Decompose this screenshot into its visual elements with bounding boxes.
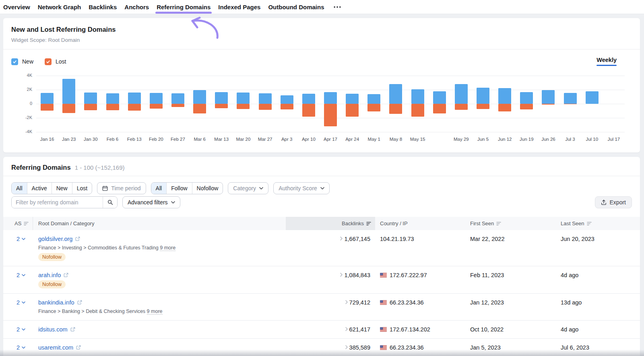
export-button[interactable]: Export: [595, 196, 632, 208]
domain-link[interactable]: bankindia.info: [38, 298, 74, 307]
checkbox-new[interactable]: [11, 58, 18, 65]
table-row[interactable]: 2bankindia.infoFinance > Banking > Debit…: [3, 293, 640, 320]
divider: [3, 49, 640, 49]
expand-row-button[interactable]: [340, 237, 343, 241]
table-row[interactable]: 2idsitus.com621,417172.67.134.202Oct 10,…: [3, 320, 640, 338]
bar-lost: [62, 104, 75, 113]
external-link-icon[interactable]: [64, 273, 68, 278]
granularity-toggle-weekly[interactable]: Weekly: [597, 57, 617, 66]
x-axis-label: May 15: [405, 137, 431, 142]
as-value[interactable]: 2: [17, 235, 25, 243]
column-header-first-seen[interactable]: First Seen: [467, 217, 557, 230]
expand-row-button[interactable]: [345, 300, 348, 304]
table-row[interactable]: 2usaremit.com385,58966.23.234.36Jan 5, 2…: [3, 338, 640, 356]
tab-network-graph[interactable]: Network Graph: [38, 0, 81, 14]
checkbox-lost[interactable]: [45, 58, 52, 65]
chevron-down-icon: [259, 187, 263, 189]
bar-lost: [193, 104, 206, 113]
bar-new: [477, 88, 489, 104]
table-row[interactable]: 2goldsilver.orgFinance > Investing > Com…: [3, 230, 640, 266]
backlinks-count: 1,084,843: [344, 271, 370, 279]
category-more-link[interactable]: 9 more: [147, 309, 163, 315]
as-value[interactable]: 2: [17, 271, 25, 279]
tab-referring-domains[interactable]: Referring Domains: [157, 0, 211, 14]
tab-overview[interactable]: Overview: [3, 0, 30, 14]
as-value[interactable]: 2: [17, 325, 25, 333]
status-segment-new[interactable]: New: [52, 183, 72, 194]
time-period-label: Time period: [111, 185, 140, 191]
us-flag-icon: [380, 300, 387, 305]
category-more-link[interactable]: 9 more: [160, 245, 175, 251]
bar-lost: [150, 104, 163, 109]
expand-row-button[interactable]: [345, 345, 348, 349]
last-seen-cell: Jun 20, 2023: [557, 235, 640, 261]
bar-lost: [84, 104, 97, 110]
tab-indexed-pages[interactable]: Indexed Pages: [218, 0, 260, 14]
authority-score-dropdown[interactable]: Authority Score: [273, 182, 330, 194]
time-period-button[interactable]: Time period: [97, 182, 146, 194]
column-header-root-domain: Root Domain / Category: [33, 217, 286, 230]
bar-lost: [477, 104, 489, 109]
us-flag-icon: [380, 273, 387, 278]
domain-link[interactable]: idsitus.com: [38, 325, 68, 333]
country-ip-cell: 172.67.222.97: [375, 271, 467, 288]
report-tabs-nav: Overview Network Graph Backlinks Anchors…: [0, 0, 644, 14]
external-link-icon[interactable]: [76, 345, 81, 350]
as-value[interactable]: 2: [17, 298, 25, 307]
category-dropdown-label: Category: [233, 185, 256, 191]
last-seen-cell: 4d ago: [557, 325, 640, 333]
ip-address: 172.67.222.97: [390, 271, 427, 279]
root-domain-cell: bankindia.infoFinance > Banking > Debit …: [33, 298, 286, 315]
tab-anchors[interactable]: Anchors: [124, 0, 149, 14]
follow-segment-nofollow[interactable]: Nofollow: [192, 183, 223, 194]
domain-link[interactable]: goldsilver.org: [38, 235, 72, 243]
column-header-backlinks[interactable]: Backlinks: [286, 217, 375, 230]
external-link-icon[interactable]: [75, 237, 80, 241]
chevron-down-icon: [22, 274, 25, 276]
search-button[interactable]: [103, 197, 117, 208]
table-row[interactable]: 2arah.infoNofollow1,084,843172.67.222.97…: [3, 266, 640, 293]
domain-filter-input[interactable]: [12, 197, 103, 208]
bar-new: [150, 93, 163, 104]
expand-row-button[interactable]: [340, 273, 343, 277]
bar-lost: [564, 104, 577, 104]
table-column-headers: AS Root Domain / Category Backlinks Coun…: [3, 217, 640, 230]
y-axis-tick: 4K: [3, 73, 32, 78]
table-count: 1 - 100 (~152,169): [75, 164, 125, 171]
status-segment-lost[interactable]: Lost: [72, 183, 92, 194]
as-value[interactable]: 2: [17, 344, 25, 352]
bar-lost: [346, 104, 359, 117]
status-segment-active[interactable]: Active: [27, 183, 52, 194]
domain-filter-field: [11, 196, 118, 208]
follow-segmented-control: All Follow Nofollow: [151, 182, 223, 194]
first-seen-cell: Jan 12, 2023: [467, 298, 557, 315]
status-segmented-control: All Active New Lost: [11, 182, 92, 194]
follow-segment-follow[interactable]: Follow: [167, 183, 192, 194]
chart-legend: New Lost: [11, 58, 73, 66]
tab-outbound-domains[interactable]: Outbound Domains: [268, 0, 324, 14]
chevron-down-icon: [320, 187, 324, 189]
domain-link[interactable]: usaremit.com: [38, 344, 73, 352]
external-link-icon[interactable]: [70, 327, 75, 332]
column-header-as[interactable]: AS: [3, 217, 33, 230]
nofollow-badge: Nofollow: [38, 280, 66, 288]
bar-lost: [433, 104, 446, 113]
bar-new: [193, 90, 206, 104]
bar-lost: [367, 104, 380, 111]
follow-segment-all[interactable]: All: [151, 183, 167, 194]
bar-lost: [41, 104, 54, 111]
tab-backlinks[interactable]: Backlinks: [89, 0, 117, 14]
expand-row-button[interactable]: [345, 327, 348, 331]
column-header-last-seen[interactable]: Last Seen: [557, 217, 640, 230]
country-ip-cell: 66.23.234.36: [375, 344, 467, 352]
bar-new: [302, 94, 315, 104]
category-dropdown[interactable]: Category: [228, 182, 268, 194]
legend-label-new: New: [22, 58, 33, 65]
backlinks-cell: 1,084,843: [286, 271, 375, 288]
more-tabs-button[interactable]: [332, 0, 343, 14]
status-segment-all[interactable]: All: [12, 183, 27, 194]
external-link-icon[interactable]: [77, 300, 82, 305]
advanced-filters-button[interactable]: Advanced filters: [122, 196, 180, 208]
first-seen-cell: Feb 11, 2023: [467, 271, 557, 288]
domain-link[interactable]: arah.info: [38, 271, 61, 279]
